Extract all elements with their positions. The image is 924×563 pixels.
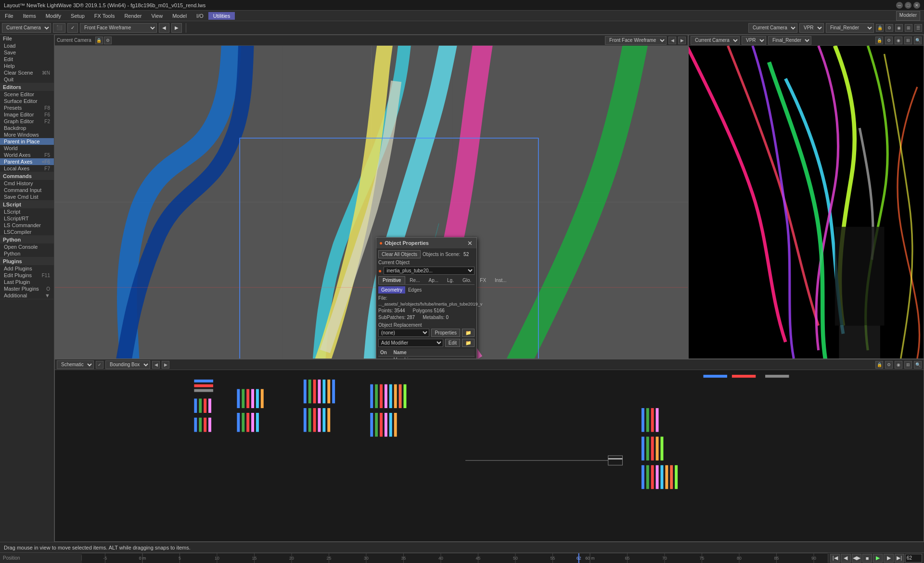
sidebar-item-load[interactable]: Load <box>0 42 54 49</box>
render-final-select[interactable]: Final_Render <box>768 36 811 45</box>
viewport-main[interactable]: Current Camera 🔒 ⚙ Front Face Wireframe … <box>54 35 688 359</box>
main-vp-arrow2[interactable]: ▶ <box>678 37 686 44</box>
render-vpr-select[interactable]: VPR <box>742 36 766 45</box>
lock-icon[interactable]: 🔒 <box>876 24 884 32</box>
render-cam-icon[interactable]: ◉ <box>895 37 902 44</box>
dialog-tab-inst[interactable]: Inst... <box>490 276 511 284</box>
menu-model[interactable]: Model <box>167 12 192 20</box>
mode-arrow2[interactable]: ▶ <box>171 23 182 33</box>
expand-icon[interactable]: ⊞ <box>905 24 912 32</box>
pb-prev-frame[interactable]: ◀ <box>841 554 850 563</box>
current-object-select[interactable]: inertia_plus_tube20... <box>384 267 475 275</box>
sidebar-item-lscript[interactable]: LScript <box>0 208 54 215</box>
pb-next-frame[interactable]: ▶ <box>884 554 893 563</box>
schematic-arrow2[interactable]: ▶ <box>162 361 169 369</box>
sidebar-item-lscompiler[interactable]: LSCompiler <box>0 229 54 235</box>
dialog-tab-fx[interactable]: FX <box>475 276 490 284</box>
sidebar-item-ls-commander[interactable]: LS Commander <box>0 222 54 229</box>
bounding-box-select[interactable]: Bounding Box <box>105 360 150 369</box>
sidebar-item-clearscene[interactable]: Clear Scene⌘N <box>0 69 54 76</box>
render-lock-icon[interactable]: 🔒 <box>875 37 883 44</box>
schematic-gear[interactable]: ⚙ <box>885 361 893 369</box>
sidebar-item-edit-plugins[interactable]: Edit PluginsF11 <box>0 272 54 279</box>
menu-items[interactable]: Items <box>18 12 41 20</box>
schematic-select[interactable]: Schematic <box>57 360 94 369</box>
sidebar-item-save[interactable]: Save <box>0 49 54 56</box>
pb-play[interactable]: ▶ <box>873 554 883 563</box>
object-properties-dialog[interactable]: ● Object Properties ✕ Clear All Objects … <box>376 237 477 359</box>
sidebar-item-world-axes[interactable]: World AxesF5 <box>0 152 54 158</box>
sidebar-item-additional[interactable]: Additional ▼ <box>0 292 54 299</box>
close-btn[interactable]: ✕ <box>913 2 920 9</box>
schematic-cam[interactable]: ◉ <box>895 361 902 369</box>
main-vp-mode[interactable]: Front Face Wireframe <box>605 36 667 45</box>
render-camera-select[interactable]: Current Camera <box>748 23 797 33</box>
sidebar-item-parent-in-place[interactable]: Parent in Place <box>0 138 54 145</box>
dialog-tab-lg[interactable]: Lg. <box>443 276 458 284</box>
sidebar-item-lscriptrt[interactable]: LScript/RT <box>0 215 54 222</box>
vpr-select[interactable]: VPR <box>799 23 824 33</box>
sidebar-item-world[interactable]: World <box>0 145 54 152</box>
sidebar-item-open-console[interactable]: Open Console <box>0 243 54 250</box>
dialog-tab-ap[interactable]: Ap... <box>424 276 443 284</box>
menu-fxtools[interactable]: FX Tools <box>90 12 120 20</box>
final-render-select[interactable]: Final_Render <box>826 23 874 33</box>
menu-setup[interactable]: Setup <box>66 12 90 20</box>
sidebar-item-cmd-history[interactable]: Cmd History <box>0 180 54 187</box>
schematic-expand[interactable]: ⊞ <box>904 361 912 369</box>
sidebar-item-master-plugins[interactable]: Master PluginsO <box>0 285 54 292</box>
sidebar-item-quit[interactable]: Quit <box>0 76 54 83</box>
sidebar-item-python[interactable]: Python <box>0 250 54 257</box>
render-icon[interactable]: ◉ <box>895 24 903 32</box>
modeler-btn[interactable]: Modeler <box>896 11 920 21</box>
menu-file[interactable]: File <box>0 12 18 20</box>
sidebar-item-presets[interactable]: PresetsF8 <box>0 104 54 111</box>
add-modifier-select[interactable]: Add Modifier <box>378 339 443 347</box>
pb-skip-end[interactable]: ▶| <box>895 554 904 563</box>
schematic-check[interactable]: ✓ <box>96 361 103 369</box>
dialog-titlebar[interactable]: ● Object Properties ✕ <box>376 238 476 248</box>
sidebar-item-save-cmd[interactable]: Save Cmd List <box>0 193 54 200</box>
menu-utilities[interactable]: Utilities <box>208 12 235 20</box>
mode-arrow1[interactable]: ◀ <box>159 23 169 33</box>
camera-icon-btn[interactable]: ⬛ <box>53 23 65 33</box>
dialog-tab-glo[interactable]: Glo. <box>458 276 475 284</box>
dialog-tab-primitive[interactable]: Primitive <box>378 276 405 284</box>
menu-render[interactable]: Render <box>119 12 146 20</box>
menu-io[interactable]: I/O <box>192 12 208 20</box>
sidebar-item-local-axes[interactable]: Local AxesF7 <box>0 165 54 172</box>
dialog-subtab-edges[interactable]: Edges <box>405 286 424 294</box>
camera-select[interactable]: Current Camera <box>2 23 51 33</box>
maximize-btn[interactable]: □ <box>905 2 911 9</box>
render-search-icon[interactable]: 🔍 <box>914 37 922 44</box>
viewport-schematic[interactable]: Schematic ✓ Bounding Box ◀ ▶ 🔒 ⚙ ◉ ⊞ 🔍 <box>54 359 924 542</box>
folder-btn[interactable]: 📁 <box>462 329 475 337</box>
schematic-lock[interactable]: 🔒 <box>875 361 883 369</box>
main-vp-arrow1[interactable]: ◀ <box>668 37 676 44</box>
dialog-tab-re[interactable]: Re... <box>405 276 424 284</box>
sidebar-item-image-editor[interactable]: Image EditorF6 <box>0 111 54 118</box>
sidebar-item-add-plugins[interactable]: Add Plugins <box>0 265 54 272</box>
viewport-mode-select[interactable]: Front Face Wireframe <box>80 23 157 33</box>
modifier-folder-btn[interactable]: 📁 <box>462 339 475 347</box>
schematic-search[interactable]: 🔍 <box>914 361 922 369</box>
schematic-arrow1[interactable]: ◀ <box>152 361 160 369</box>
viewport-render[interactable]: Current Camera VPR Final_Render 🔒 ⚙ ◉ ⊞ … <box>688 35 924 359</box>
render-expand-icon[interactable]: ⊞ <box>904 37 912 44</box>
menu-modify[interactable]: Modify <box>41 12 66 20</box>
pb-frame-input[interactable] <box>905 554 922 563</box>
sidebar-item-command-input[interactable]: Command Input <box>0 187 54 193</box>
sidebar-item-more-windows[interactable]: More Windows <box>0 131 54 138</box>
main-vp-lock[interactable]: 🔒 <box>95 37 103 44</box>
render-gear-icon[interactable]: ⚙ <box>885 37 893 44</box>
sidebar-item-edit[interactable]: Edit <box>0 56 54 63</box>
main-vp-gear[interactable]: ⚙ <box>104 37 112 44</box>
clear-all-objects-btn[interactable]: Clear All Objects <box>378 250 421 258</box>
sidebar-item-graph-editor[interactable]: Graph EditorF2 <box>0 118 54 125</box>
sidebar-item-parent-axes[interactable]: Parent Axes+F6 <box>0 158 54 165</box>
sidebar-item-surface-editor[interactable]: Surface Editor <box>0 98 54 104</box>
menu-view[interactable]: View <box>146 12 167 20</box>
pb-stop[interactable]: ■ <box>862 554 872 563</box>
properties-btn[interactable]: Properties <box>431 329 460 337</box>
dialog-close-btn[interactable]: ✕ <box>466 239 474 247</box>
